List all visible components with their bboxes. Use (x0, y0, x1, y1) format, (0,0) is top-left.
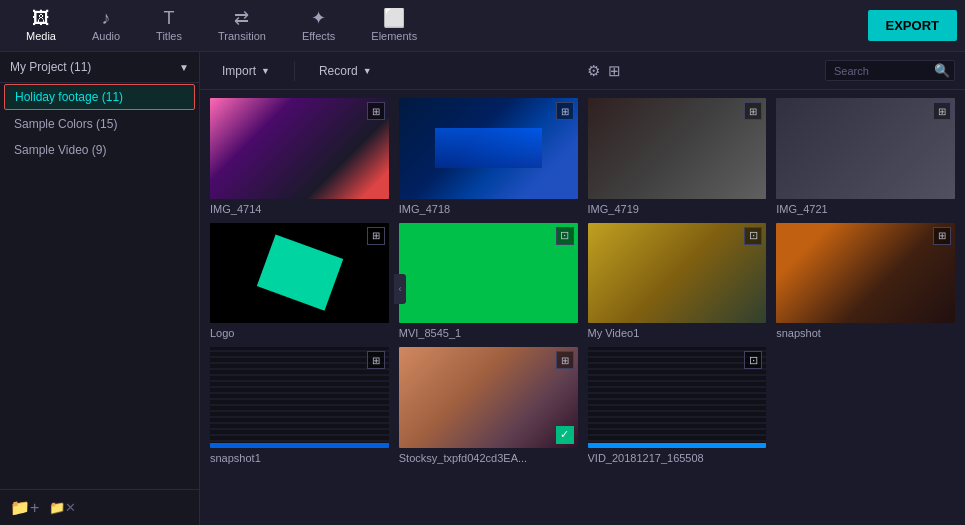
toolbar-elements[interactable]: ⬜ Elements (353, 5, 435, 46)
media-thumbnail: ⊞ (210, 223, 389, 324)
toolbar-divider (294, 61, 295, 81)
media-item-name: snapshot (776, 327, 955, 339)
list-item[interactable]: ⊡ VID_20181217_165508 (588, 347, 767, 464)
toolbar-titles[interactable]: T Titles (138, 5, 200, 46)
media-item-name: IMG_4714 (210, 203, 389, 215)
list-item[interactable]: ⊞ snapshot (776, 223, 955, 340)
effects-icon: ✦ (311, 9, 326, 27)
import-dropdown-arrow: ▼ (261, 66, 270, 76)
media-item-name: IMG_4721 (776, 203, 955, 215)
project-label: My Project (11) (10, 60, 91, 74)
media-type-icon: ⊞ (367, 351, 385, 369)
content-area: ‹ Import ▼ Record ▼ ⚙ ⊞ 🔍 (200, 52, 965, 525)
content-toolbar: Import ▼ Record ▼ ⚙ ⊞ 🔍 (200, 52, 965, 90)
project-dropdown[interactable]: My Project (11) ▼ (0, 52, 199, 83)
list-item[interactable]: ⊞ IMG_4718 (399, 98, 578, 215)
list-item[interactable]: ⊞ snapshot1 (210, 347, 389, 464)
toolbar-audio[interactable]: ♪ Audio (74, 5, 138, 46)
sidebar: My Project (11) ▼ Holiday footage (11) S… (0, 52, 200, 525)
media-item-name: MVI_8545_1 (399, 327, 578, 339)
media-thumbnail: ⊞ (776, 98, 955, 199)
media-icon: 🖼 (32, 9, 50, 27)
media-thumbnail: ⊡ (588, 223, 767, 324)
sidebar-collapse-toggle[interactable]: ‹ (394, 274, 406, 304)
media-item-name: VID_20181217_165508 (588, 452, 767, 464)
elements-icon: ⬜ (383, 9, 405, 27)
list-item[interactable]: ⊞ IMG_4719 (588, 98, 767, 215)
chevron-down-icon: ▼ (179, 62, 189, 73)
sidebar-item-holiday-footage[interactable]: Holiday footage (11) (4, 84, 195, 110)
media-thumbnail: ⊞ (210, 98, 389, 199)
record-button[interactable]: Record ▼ (307, 60, 384, 82)
media-grid: ⊞ IMG_4714 ⊞ IMG_4718 (200, 90, 965, 525)
media-thumbnail: ⊞ (776, 223, 955, 324)
media-thumbnail: ⊞ (399, 98, 578, 199)
media-type-icon: ⊞ (744, 102, 762, 120)
media-thumbnail: ⊞ (588, 98, 767, 199)
search-icon[interactable]: 🔍 (934, 63, 950, 78)
media-type-icon: ⊡ (744, 351, 762, 369)
media-type-icon: ⊞ (933, 227, 951, 245)
media-type-icon: ⊡ (744, 227, 762, 245)
record-dropdown-arrow: ▼ (363, 66, 372, 76)
media-thumbnail: ⊡ (588, 347, 767, 448)
main-area: My Project (11) ▼ Holiday footage (11) S… (0, 52, 965, 525)
search-bar: 🔍 (825, 60, 955, 81)
media-thumbnail: ⊡ (399, 223, 578, 324)
toolbar-media[interactable]: 🖼 Media (8, 5, 74, 46)
import-button[interactable]: Import ▼ (210, 60, 282, 82)
media-type-icon: ⊞ (367, 102, 385, 120)
list-item[interactable]: ⊡ My Video1 (588, 223, 767, 340)
sidebar-item-sample-colors[interactable]: Sample Colors (15) (0, 111, 199, 137)
media-type-icon: ⊞ (367, 227, 385, 245)
media-item-name: IMG_4719 (588, 203, 767, 215)
grid-view-icon[interactable]: ⊞ (608, 62, 621, 80)
toolbar-effects[interactable]: ✦ Effects (284, 5, 353, 46)
media-type-icon: ⊡ (556, 227, 574, 245)
filter-icon[interactable]: ⚙ (587, 62, 600, 80)
transition-icon: ⇄ (234, 9, 249, 27)
list-item[interactable]: ⊡ MVI_8545_1 (399, 223, 578, 340)
search-input[interactable] (834, 65, 929, 77)
media-item-name: snapshot1 (210, 452, 389, 464)
media-item-name: My Video1 (588, 327, 767, 339)
media-type-icon: ⊞ (933, 102, 951, 120)
media-checked-icon: ✓ (556, 426, 574, 444)
media-thumbnail: ⊞ ✓ (399, 347, 578, 448)
media-item-name: Logo (210, 327, 389, 339)
list-item[interactable]: ⊞ Logo (210, 223, 389, 340)
list-item[interactable]: ⊞ IMG_4714 (210, 98, 389, 215)
list-item[interactable]: ⊞ ✓ Stocksy_txpfd042cd3EA... (399, 347, 578, 464)
titles-icon: T (164, 9, 175, 27)
media-thumbnail: ⊞ (210, 347, 389, 448)
media-type-icon: ⊞ (556, 351, 574, 369)
toolbar-transition[interactable]: ⇄ Transition (200, 5, 284, 46)
main-toolbar: 🖼 Media ♪ Audio T Titles ⇄ Transition ✦ … (0, 0, 965, 52)
media-item-name: IMG_4718 (399, 203, 578, 215)
media-item-name: Stocksy_txpfd042cd3EA... (399, 452, 578, 464)
list-item[interactable]: ⊞ IMG_4721 (776, 98, 955, 215)
remove-folder-icon[interactable]: 📁✕ (49, 500, 76, 515)
export-button[interactable]: EXPORT (868, 10, 957, 41)
sidebar-bottom-actions: 📁+ 📁✕ (0, 489, 199, 525)
sidebar-item-sample-video[interactable]: Sample Video (9) (0, 137, 199, 163)
add-folder-icon[interactable]: 📁+ (10, 498, 39, 517)
audio-icon: ♪ (102, 9, 111, 27)
media-type-icon: ⊞ (556, 102, 574, 120)
